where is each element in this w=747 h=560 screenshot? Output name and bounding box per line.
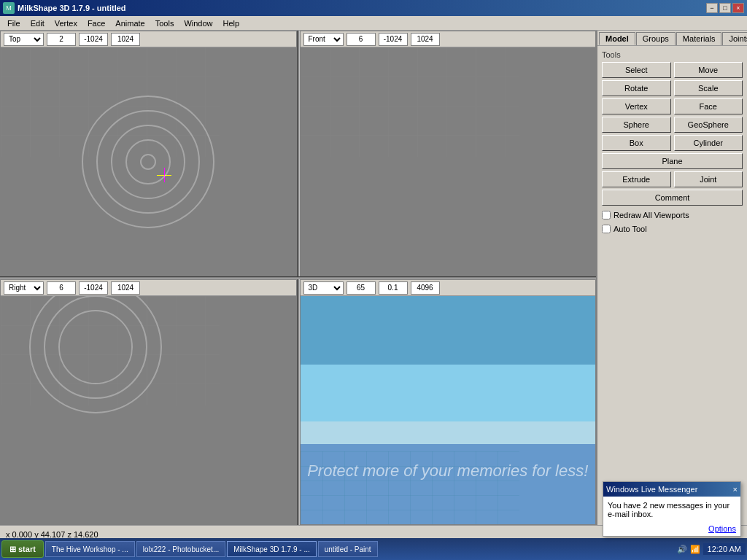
- geosphere-button[interactable]: GeoSphere: [674, 117, 743, 133]
- sphere-button[interactable]: Sphere: [602, 117, 671, 133]
- viewport-bottom-right[interactable]: 3DTopFrontRight Protect more of your mem…: [300, 279, 597, 525]
- plane-button[interactable]: Plane: [602, 153, 743, 169]
- viewport-top-left-canvas[interactable]: [1, 47, 296, 276]
- tool-row-5: Box Cylinder: [602, 135, 743, 151]
- menu-file[interactable]: File: [3, 18, 25, 29]
- taskbar-btn-1[interactable]: lolx222 - Photobucket...: [136, 541, 226, 557]
- viewport-top-left-view-select[interactable]: TopFrontRight3D: [4, 33, 44, 46]
- taskbar: ⊞ start The Hive Workshop - ... lolx222 …: [0, 538, 747, 560]
- viewport-row-top: TopFrontRight3D: [0, 31, 596, 276]
- viewport-bottom-left-min[interactable]: [79, 281, 108, 295]
- panel-tabs: Model Groups Materials Joints: [597, 31, 747, 46]
- grid-top-right: [301, 47, 519, 157]
- viewport-top-right-zoom[interactable]: [347, 33, 376, 46]
- messenger-message: You have 2 new messages in your e-mail i…: [608, 501, 729, 518]
- viewport-bottom-right-view-select[interactable]: 3DTopFrontRight: [303, 281, 344, 295]
- tab-materials[interactable]: Materials: [676, 32, 722, 45]
- minimize-button[interactable]: −: [706, 3, 718, 13]
- messenger-close-btn[interactable]: ×: [733, 485, 738, 494]
- main-content: TopFrontRight3D: [0, 31, 747, 525]
- svg-rect-6: [301, 47, 519, 157]
- scale-button[interactable]: Scale: [674, 80, 743, 96]
- tab-groups[interactable]: Groups: [636, 32, 676, 45]
- viewport-bottom-left-canvas[interactable]: [1, 296, 296, 524]
- viewport-bottom-left[interactable]: RightTopFront3D: [0, 279, 297, 525]
- svg-point-8: [30, 296, 161, 413]
- checkbox-autotool-row: Auto Tool: [602, 225, 743, 233]
- crosshair-vertical: [164, 168, 165, 182]
- viewport-bottom-left-max[interactable]: [111, 281, 140, 295]
- rotate-button[interactable]: Rotate: [602, 80, 671, 96]
- taskbar-btn-2[interactable]: MilkShape 3D 1.7.9 - ...: [227, 541, 317, 557]
- box-button[interactable]: Box: [602, 135, 671, 151]
- viewport-row-bottom: RightTopFront3D: [0, 279, 596, 525]
- taskbar-btn-0[interactable]: The Hive Workshop - ...: [45, 541, 135, 557]
- viewport-bottom-right-zoom[interactable]: [347, 281, 376, 295]
- tool-row-7: Extrude Joint: [602, 171, 743, 187]
- app-icon: M: [3, 2, 15, 14]
- coordinates: x 0.000 y 44.107 z 14.620: [6, 530, 98, 539]
- messenger-options-link[interactable]: Options: [708, 524, 736, 533]
- panel-content: Tools Select Move Rotate Scale Vertex Fa…: [597, 46, 747, 525]
- extrude-button[interactable]: Extrude: [602, 171, 671, 187]
- watermark-circles-partial: [23, 296, 169, 420]
- menu-tools[interactable]: Tools: [151, 18, 179, 29]
- messenger-footer: Options: [603, 523, 740, 536]
- face-button[interactable]: Face: [674, 98, 743, 114]
- viewport-bottom-right-far[interactable]: [411, 281, 440, 295]
- checkbox-redraw-row: Redraw All Viewports: [602, 211, 743, 219]
- autotool-label: Auto Tool: [614, 225, 647, 233]
- grid-top-left: [1, 47, 220, 157]
- tool-row-3: Vertex Face: [602, 98, 743, 114]
- viewport-top-right-header: FrontTopRight3D: [301, 31, 596, 47]
- svg-rect-0: [1, 47, 220, 157]
- viewport-top-right[interactable]: FrontTopRight3D: [300, 31, 597, 276]
- svg-point-10: [59, 311, 132, 384]
- start-icon: ⊞: [9, 545, 16, 554]
- tab-joints[interactable]: Joints: [722, 32, 747, 45]
- vertex-button[interactable]: Vertex: [602, 98, 671, 114]
- tool-row-6: Plane: [602, 153, 743, 169]
- app-title: MilkShape 3D 1.7.9 - untitled: [18, 4, 126, 12]
- viewport-bottom-left-zoom[interactable]: [47, 281, 76, 295]
- tool-row-2: Rotate Scale: [602, 80, 743, 96]
- menu-vertex[interactable]: Vertex: [50, 18, 82, 29]
- comment-button[interactable]: Comment: [602, 190, 743, 206]
- viewport-bottom-left-view-select[interactable]: RightTopFront3D: [4, 281, 44, 295]
- menu-animate[interactable]: Animate: [111, 18, 149, 29]
- tab-model[interactable]: Model: [599, 32, 635, 45]
- viewport-top-left[interactable]: TopFrontRight3D: [0, 31, 297, 276]
- move-button[interactable]: Move: [674, 62, 743, 78]
- viewport-top-right-view-select[interactable]: FrontTopRight3D: [303, 33, 344, 46]
- viewports: TopFrontRight3D: [0, 31, 597, 525]
- viewport-top-left-zoom[interactable]: [47, 33, 76, 46]
- menu-face[interactable]: Face: [83, 18, 109, 29]
- viewport-top-left-min[interactable]: [79, 33, 108, 46]
- viewport-top-left-max[interactable]: [111, 33, 140, 46]
- menu-edit[interactable]: Edit: [26, 18, 49, 29]
- viewport-top-right-canvas[interactable]: [301, 47, 596, 276]
- menu-bar: File Edit Vertex Face Animate Tools Wind…: [0, 16, 747, 31]
- taskbar-btn-3[interactable]: untitled - Paint: [318, 541, 378, 557]
- viewport-top-right-max[interactable]: [411, 33, 440, 46]
- maximize-button[interactable]: □: [719, 3, 731, 13]
- close-button[interactable]: ×: [732, 3, 744, 13]
- viewport-bottom-right-near[interactable]: [379, 281, 408, 295]
- redraw-label: Redraw All Viewports: [614, 211, 689, 219]
- redraw-checkbox[interactable]: [602, 211, 611, 219]
- 3d-ground-grid: [301, 451, 519, 524]
- right-panel: Model Groups Materials Joints Tools Sele…: [597, 31, 747, 525]
- viewport-bottom-right-canvas[interactable]: Protect more of your memories for less!: [301, 296, 596, 524]
- joint-button[interactable]: Joint: [674, 171, 743, 187]
- menu-help[interactable]: Help: [219, 18, 244, 29]
- viewport-top-right-min[interactable]: [379, 33, 408, 46]
- taskbar-right: 🔊 📶 12:20 AM: [677, 543, 746, 555]
- start-button[interactable]: ⊞ start: [1, 540, 44, 558]
- svg-rect-11: [301, 451, 519, 524]
- cylinder-button[interactable]: Cylinder: [674, 135, 743, 151]
- viewport-top-left-header: TopFrontRight3D: [1, 31, 296, 47]
- select-button[interactable]: Select: [602, 62, 671, 78]
- autotool-checkbox[interactable]: [602, 225, 611, 233]
- menu-window[interactable]: Window: [179, 18, 217, 29]
- messenger-body: You have 2 new messages in your e-mail i…: [603, 497, 740, 523]
